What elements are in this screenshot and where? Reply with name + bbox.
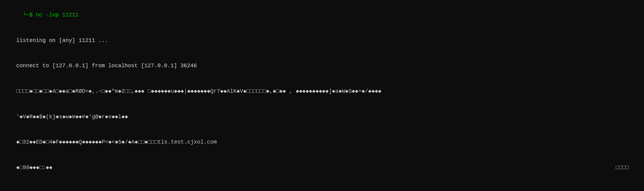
hex-suffix: □□□□	[340, 164, 641, 172]
command-text: $ nc -lvp 11211	[29, 12, 78, 18]
binary-line-2: '◆V◆R◆◆$◆(kj◆s◆w◆m◆◆#◆'g@◆r◆v◆◆l◆◆	[3, 104, 641, 130]
binary-line-3a: ◆□32◆◆ED◆□4◆F◆◆◆◆◆◆Q◆◆◆◆◆◆P=◆<◆5◆/◆A◆□□◆…	[3, 130, 641, 155]
listening-line: listening on [any] 11211 ...	[3, 28, 641, 54]
prompt-arrow: └─	[16, 12, 29, 18]
connect-line: connect to [127.0.0.1] from localhost [1…	[3, 53, 641, 79]
terminal-window: └─$ nc -lvp 11211 listening on [any] 112…	[3, 2, 641, 191]
empty-line-1	[3, 181, 641, 189]
binary-line-1: □□□□◆□□◆□□◆A□◆◆a□◆RØD=◆,.~□◆◆"m◆2□□,◆◆◆ …	[3, 79, 641, 104]
binary-line-3b: ◆□98◆◆◆□:◆◆ □□□□	[3, 155, 641, 181]
prompt-line: └─$ nc -lvp 11211	[3, 2, 641, 28]
binary-line-4: □□□□□□□□□□□□□□□□	[3, 189, 641, 191]
